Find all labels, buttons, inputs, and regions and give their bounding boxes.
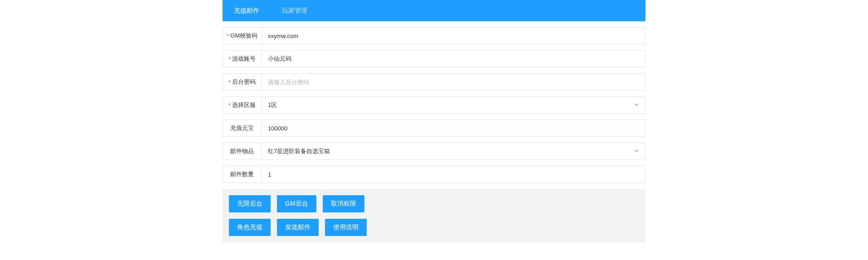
label-server: *选择区服 bbox=[223, 97, 262, 113]
send-mail-button[interactable]: 发送邮件 bbox=[277, 219, 319, 236]
main-container: 充值邮件 玩家管理 *GM校验码 *游戏账号 *后台密码 *选择区服 bbox=[223, 0, 645, 242]
label-quantity: 邮件数量 bbox=[223, 166, 262, 183]
chevron-down-icon bbox=[634, 150, 639, 153]
cancel-permission-button[interactable]: 取消权限 bbox=[323, 195, 364, 212]
unlimited-backend-button[interactable]: 无限后台 bbox=[229, 195, 271, 212]
server-select[interactable]: 1区 bbox=[262, 97, 645, 113]
row-quantity: 邮件数量 bbox=[223, 166, 645, 183]
chevron-down-icon bbox=[634, 104, 639, 106]
label-item: 邮件物品 bbox=[223, 143, 262, 159]
button-panel: 无限后台 GM后台 取消权限 角色充值 发送邮件 使用说明 bbox=[223, 189, 645, 242]
item-select[interactable]: 红7星进阶装备自选宝箱 bbox=[262, 143, 645, 159]
row-item: 邮件物品 红7星进阶装备自选宝箱 bbox=[223, 143, 645, 160]
row-yuanbao: 充值元宝 bbox=[223, 120, 645, 137]
gm-backend-button[interactable]: GM后台 bbox=[277, 195, 316, 212]
row-server: *选择区服 1区 bbox=[223, 96, 645, 114]
label-yuanbao: 充值元宝 bbox=[223, 120, 262, 136]
gm-code-input[interactable] bbox=[262, 28, 645, 44]
tab-bar: 充值邮件 玩家管理 bbox=[223, 0, 645, 21]
usage-instructions-button[interactable]: 使用说明 bbox=[325, 219, 367, 236]
yuanbao-input[interactable] bbox=[262, 120, 645, 136]
row-account: *游戏账号 bbox=[223, 50, 645, 67]
label-account: *游戏账号 bbox=[223, 51, 262, 67]
row-password: *后台密码 bbox=[223, 73, 645, 91]
tab-player-management[interactable]: 玩家管理 bbox=[271, 0, 319, 21]
account-input[interactable] bbox=[262, 51, 645, 67]
tab-recharge-mail[interactable]: 充值邮件 bbox=[223, 0, 271, 21]
label-password: *后台密码 bbox=[223, 74, 262, 90]
quantity-input[interactable] bbox=[262, 166, 645, 183]
label-gm-code: *GM校验码 bbox=[223, 28, 262, 44]
role-recharge-button[interactable]: 角色充值 bbox=[229, 219, 271, 236]
password-input[interactable] bbox=[262, 74, 645, 90]
row-gm-code: *GM校验码 bbox=[223, 27, 645, 44]
